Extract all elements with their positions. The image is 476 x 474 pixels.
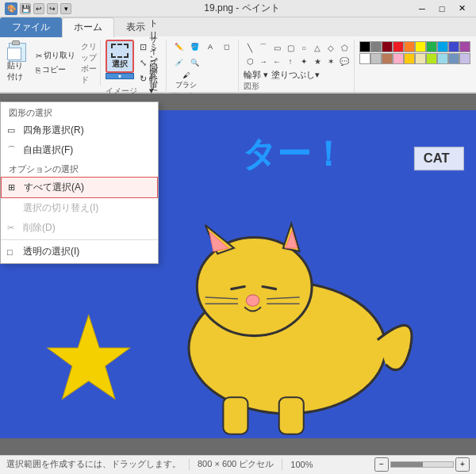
fill-button[interactable]: 🪣 <box>187 40 202 54</box>
text-button[interactable]: A <box>203 40 217 54</box>
fill-style-button[interactable]: 塗りつぶし▾ <box>271 69 320 81</box>
rotate-icon: ↻ <box>140 74 147 84</box>
status-bar: 選択範囲を作成するには、ドラッグします。 800 × 600 ピクセル 100%… <box>0 455 476 472</box>
shape-rect[interactable]: ▭ <box>271 41 283 54</box>
shape-pentagon[interactable]: ⬠ <box>338 41 351 54</box>
pencil-button[interactable]: ✏️ <box>171 40 186 54</box>
dropdown-section1-label: 図形の選択 <box>1 104 158 120</box>
swatch-gray[interactable] <box>370 41 382 52</box>
shape-star5[interactable]: ★ <box>311 55 324 67</box>
shape-arrow-up[interactable]: ↑ <box>284 55 297 67</box>
swatch-yellow[interactable] <box>415 41 426 52</box>
dropdown-item-rect-select[interactable]: ▭ 四角形選択(R) <box>1 120 158 140</box>
dropdown-item-select-all[interactable]: ⊞ すべて選択(A) <box>1 177 158 198</box>
maximize-button[interactable]: □ <box>432 2 451 16</box>
outline-button[interactable]: 輪郭 ▾ <box>244 69 268 81</box>
tab-home[interactable]: ホーム <box>62 17 114 37</box>
shape-triangle[interactable]: △ <box>311 41 324 54</box>
zoom-slider-fill <box>391 462 423 467</box>
swatch-indigo[interactable] <box>448 41 459 52</box>
copy-icon: ⎘ <box>36 66 40 75</box>
shape-diamond[interactable]: ◇ <box>324 41 337 54</box>
brush-icon: 🖌 <box>182 71 190 79</box>
menu-tabs: ファイル ホーム 表示 <box>0 17 476 36</box>
crop-icon: ⊡ <box>140 42 147 52</box>
swatch-green2[interactable] <box>426 53 437 64</box>
shapes-options: 輪郭 ▾ 塗りつぶし▾ <box>244 69 351 81</box>
copy-button[interactable]: ⎘ コピー <box>32 63 79 76</box>
color-palette <box>359 41 470 64</box>
shape-star4[interactable]: ✦ <box>298 55 310 67</box>
shape-callout[interactable]: 💬 <box>338 55 351 67</box>
dropdown-item-transparent[interactable]: □ 透明の選択(I) <box>1 242 158 262</box>
brush-row: 🖌 ブラシ <box>171 71 235 90</box>
minimize-button[interactable]: ─ <box>413 2 432 16</box>
save-quickbtn[interactable]: 💾 <box>20 3 31 14</box>
zoom-controls: − + <box>374 457 470 472</box>
customize-quickaccess[interactable]: ▾ <box>60 3 71 14</box>
swatch-orange[interactable] <box>404 41 415 52</box>
swatch-lgray[interactable] <box>370 53 382 64</box>
status-sep1 <box>189 459 190 470</box>
swatch-blue-lt[interactable] <box>448 53 459 64</box>
rect-select-icon: ▭ <box>7 125 15 136</box>
brush-button[interactable]: 🖌 ブラシ <box>171 71 200 90</box>
paste-button[interactable]: 貼り付け <box>6 42 30 83</box>
shape-arrow-left[interactable]: ← <box>271 55 283 67</box>
close-button[interactable]: ✕ <box>452 2 471 16</box>
select-dropdown-arrow[interactable]: ▾ <box>106 73 134 79</box>
swatch-orange-dark[interactable] <box>393 41 404 52</box>
svg-rect-16 <box>223 397 248 434</box>
dropdown-item-free-select[interactable]: ⌒ 自由選択(F) <box>1 140 158 160</box>
shape-roundrect[interactable]: ▢ <box>284 41 297 54</box>
swatch-yellow2[interactable] <box>415 53 426 64</box>
swatch-lavender[interactable] <box>459 53 470 64</box>
swatch-teal[interactable] <box>437 41 448 52</box>
swatch-white[interactable] <box>359 53 370 64</box>
swatch-brown[interactable] <box>382 53 393 64</box>
select-button[interactable]: 選択 <box>106 40 134 73</box>
swatch-green-lt[interactable] <box>426 41 437 52</box>
swatch-pink-dark[interactable] <box>393 53 404 64</box>
status-sep2 <box>282 459 282 470</box>
zoom-out-button[interactable]: − <box>374 457 389 472</box>
shape-star6[interactable]: ✶ <box>324 55 337 67</box>
zoom-in-button[interactable]: + <box>455 457 470 472</box>
select-btn-container: 選択 ▾ <box>106 40 134 79</box>
svg-rect-17 <box>279 397 304 434</box>
tools-group: ✏️ 🪣 A ◻ 💉 🔍 🖌 ブラシ ツール <box>168 40 239 101</box>
svg-point-4 <box>197 237 312 335</box>
paste-icon <box>7 43 29 60</box>
zoom-slider[interactable] <box>390 461 454 468</box>
eraser-button[interactable]: ◻ <box>219 40 233 54</box>
swatch-sky[interactable] <box>437 53 448 64</box>
app-icon: 🎨 <box>5 2 17 15</box>
cut-button[interactable]: ✂ 切り取り <box>32 49 79 62</box>
dropdown-item-invert-select: 選択の切り替え(I) <box>1 198 158 218</box>
tab-file[interactable]: ファイル <box>0 17 62 37</box>
rotate-button[interactable]: ↻ 回転▾ <box>136 71 163 86</box>
ribbon: 貼り付け ✂ 切り取り ⎘ コピー クリップボード 選択 ▾ <box>0 36 476 94</box>
shape-ellipse[interactable]: ○ <box>298 41 310 54</box>
swatch-black[interactable] <box>359 41 370 52</box>
dropdown-menu: 図形の選択 ▭ 四角形選択(R) ⌒ 自由選択(F) オプションの選択 ⊞ すべ… <box>0 101 159 264</box>
swatch-red-dark[interactable] <box>382 41 393 52</box>
free-select-icon: ⌒ <box>7 144 16 156</box>
shape-hexagon[interactable]: ⬡ <box>244 55 256 67</box>
swatch-purple[interactable] <box>459 41 470 52</box>
shape-curve[interactable]: ⌒ <box>257 41 270 54</box>
clipboard-label: クリップボード <box>81 40 97 86</box>
clipboard-group: 貼り付け ✂ 切り取り ⎘ コピー クリップボード <box>3 40 101 86</box>
status-zoom: 100% <box>290 460 313 469</box>
redo-quickbtn[interactable]: ↪ <box>47 3 58 14</box>
shape-arrow-right[interactable]: → <box>257 55 270 67</box>
swatch-peach[interactable] <box>404 53 415 64</box>
undo-quickbtn[interactable]: ↩ <box>33 3 44 14</box>
colorpicker-button[interactable]: 💉 <box>171 55 186 70</box>
shapes-palette: ╲ ⌒ ▭ ▢ ○ △ ◇ ⬠ ⬡ → ← ↑ ✦ ★ ✶ 💬 <box>244 41 351 67</box>
shape-line[interactable]: ╲ <box>244 41 256 54</box>
title-bar-icons: 🎨 💾 ↩ ↪ ▾ <box>5 2 71 15</box>
magnifier-button[interactable]: 🔍 <box>187 55 202 70</box>
select-all-icon: ⊞ <box>8 182 15 193</box>
window-controls: ─ □ ✕ <box>413 2 471 16</box>
